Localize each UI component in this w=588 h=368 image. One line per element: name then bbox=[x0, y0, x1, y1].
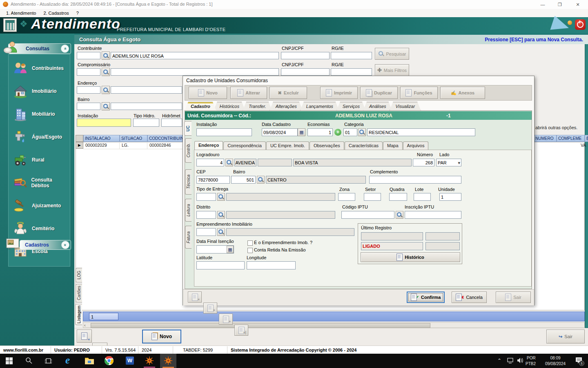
distrito-search-button[interactable] bbox=[217, 211, 225, 219]
tab-transfer[interactable]: Transfer. bbox=[243, 102, 272, 111]
grid-col-numero[interactable]: NUMERO bbox=[534, 135, 557, 142]
bairro-search-button[interactable] bbox=[102, 102, 110, 110]
toolbar-excluir-button[interactable]: ✖Excluir bbox=[270, 87, 307, 99]
tab-mapa[interactable]: Mapa bbox=[383, 141, 403, 150]
economias-input[interactable]: 1 bbox=[307, 128, 333, 136]
vtab-fatura[interactable]: Fatura bbox=[185, 226, 192, 249]
grid-col-ba[interactable]: BA bbox=[585, 135, 588, 142]
toolbar-novo-button[interactable]: Novo bbox=[189, 87, 227, 99]
power-button-icon[interactable] bbox=[575, 19, 586, 30]
contribuinte-search-button[interactable] bbox=[102, 52, 110, 60]
sidebar-item-agua-esgoto[interactable]: Água/Esgoto bbox=[13, 127, 70, 147]
tab-cartoes[interactable]: Cartões bbox=[76, 284, 82, 303]
codigo-iptu-input[interactable] bbox=[341, 211, 394, 219]
latitude-input[interactable] bbox=[196, 261, 245, 269]
rg-input[interactable] bbox=[331, 52, 372, 59]
sidebar-item-consulta-debitos[interactable]: Consulta Débitos bbox=[13, 173, 70, 193]
tab-log[interactable]: LOG bbox=[76, 268, 82, 283]
unidade-input[interactable]: 1 bbox=[439, 193, 461, 201]
tray-lang-bottom[interactable]: PTB2 bbox=[526, 361, 536, 366]
grid-cell-right[interactable]: VA bbox=[579, 143, 588, 148]
cnpj-input-2[interactable] bbox=[281, 68, 330, 76]
network-icon[interactable] bbox=[507, 358, 514, 364]
tipo-entrega-input[interactable] bbox=[196, 193, 216, 201]
zona-input[interactable] bbox=[338, 193, 355, 201]
tipo-entrega-search-button[interactable] bbox=[217, 193, 225, 201]
dialog-nav-first-button[interactable]: « bbox=[188, 292, 202, 303]
maximize-icon[interactable]: ❐ bbox=[555, 1, 565, 8]
taskbar-search-icon[interactable] bbox=[25, 357, 33, 364]
main-sair-button[interactable]: ↪ Sair bbox=[546, 330, 585, 343]
longitude-input[interactable] bbox=[247, 261, 296, 269]
menu-atendimento[interactable]: 1. Atendimento bbox=[2, 11, 40, 16]
confirma-button[interactable]: ✔ Confirma bbox=[407, 292, 445, 303]
dialog-nav-next-button[interactable]: » bbox=[219, 314, 233, 325]
toolbar-imprimir-button[interactable]: Imprimir bbox=[320, 87, 358, 99]
tray-chevron-icon[interactable]: ⌃ bbox=[497, 358, 501, 364]
lado-select[interactable]: PAR ▾ bbox=[436, 159, 461, 166]
grid-col-instalacao[interactable]: INSTALACAO bbox=[83, 135, 120, 142]
cadastros-header-bar[interactable]: Cadastros » bbox=[20, 240, 71, 250]
mais-filtros-button[interactable]: ✚ Mais Filtros bbox=[375, 64, 409, 76]
setor-input[interactable] bbox=[364, 193, 381, 201]
complemento-input[interactable] bbox=[369, 176, 461, 184]
scrollbar-thumb[interactable] bbox=[91, 323, 430, 328]
sidebar-item-imobiliario[interactable]: Imobiliário bbox=[13, 81, 70, 101]
tab-servicos[interactable]: Serviços bbox=[336, 102, 366, 111]
minimize-icon[interactable]: — bbox=[537, 1, 548, 8]
compromissario-name-input[interactable] bbox=[111, 68, 279, 76]
toolbar-duplicar-button[interactable]: Duplicar bbox=[360, 87, 398, 99]
dialog-sair-button[interactable]: Sair bbox=[496, 292, 531, 303]
codigo-iptu-search-button[interactable] bbox=[396, 211, 403, 219]
instalacao-input[interactable] bbox=[77, 119, 131, 127]
vtab-leitura[interactable]: Leitura bbox=[185, 199, 192, 222]
grid-col-complemento[interactable]: COMPLEME bbox=[557, 135, 585, 142]
ie-icon[interactable]: e bbox=[65, 355, 70, 366]
file-explorer-icon[interactable] bbox=[85, 357, 94, 364]
categoria-code-input[interactable]: 01 bbox=[343, 128, 357, 136]
hidrometro-input[interactable] bbox=[161, 119, 182, 127]
tab-lancamentos[interactable]: Lançamentos bbox=[300, 102, 339, 111]
contribuinte-code-input[interactable] bbox=[77, 52, 100, 59]
collapse-chevron-icon[interactable]: » bbox=[61, 45, 69, 53]
tab-listagem[interactable]: Listagem bbox=[75, 304, 82, 325]
tab-cadastro[interactable]: Cadastro bbox=[185, 102, 216, 111]
vertical-scrollbar[interactable] bbox=[585, 44, 588, 327]
endereco-name-input[interactable] bbox=[111, 86, 182, 94]
nav-first-button[interactable]: « bbox=[77, 330, 92, 343]
bairro-code-input[interactable] bbox=[77, 103, 100, 110]
vtab-contrib[interactable]: Contrib. bbox=[185, 138, 192, 163]
bairro-search-button-dlg[interactable] bbox=[257, 176, 265, 184]
bairro-code-input-dlg[interactable]: 501 bbox=[231, 176, 256, 184]
compromissario-code-input[interactable] bbox=[77, 68, 100, 76]
tipo-hidro-input[interactable] bbox=[133, 119, 159, 127]
dialog-nav-last-button[interactable]: »| bbox=[234, 325, 248, 336]
sidebar-item-ajuizamento[interactable]: Ajuizamento bbox=[13, 196, 70, 215]
tray-clock-time[interactable]: 08:09 bbox=[543, 356, 568, 360]
tab-caracteristicas[interactable]: Características bbox=[345, 141, 383, 150]
historico-button[interactable]: Histórico bbox=[361, 252, 460, 262]
endereco-search-button[interactable] bbox=[102, 86, 110, 94]
categoria-desc-input[interactable]: RESIDENCIAL bbox=[367, 128, 475, 136]
start-button-icon[interactable] bbox=[6, 357, 13, 364]
tab-arquivos[interactable]: Arquivos bbox=[403, 141, 429, 150]
categoria-search-button[interactable] bbox=[358, 128, 366, 136]
fiorilli-active-app-icon[interactable] bbox=[164, 356, 173, 365]
empreendimento-checkbox[interactable] bbox=[247, 240, 253, 246]
grid-col-situacao[interactable]: SITUACAO bbox=[120, 135, 147, 142]
quadra-input[interactable] bbox=[389, 193, 407, 201]
contribuinte-name-input[interactable]: ADEMILSON LUIZ ROSA bbox=[111, 52, 279, 59]
novo-button[interactable]: Novo bbox=[142, 330, 181, 343]
fiorilli-app-icon[interactable] bbox=[145, 356, 154, 365]
distrito-input[interactable] bbox=[196, 211, 216, 219]
empreendimento-input[interactable] bbox=[196, 228, 216, 236]
pager-field[interactable]: 1 bbox=[89, 313, 118, 320]
tab-historicos[interactable]: Históricos bbox=[214, 102, 245, 111]
close-icon[interactable]: ✕ bbox=[572, 1, 583, 8]
vtab-uc[interactable]: UC bbox=[184, 121, 192, 136]
menu-help[interactable]: ? bbox=[73, 11, 82, 16]
tab-endereco[interactable]: Endereço bbox=[194, 141, 223, 150]
scroll-left-icon[interactable]: ‹ bbox=[84, 323, 86, 328]
task-view-icon[interactable] bbox=[45, 357, 52, 364]
pesquisar-button[interactable]: Pesquisar bbox=[375, 48, 409, 60]
